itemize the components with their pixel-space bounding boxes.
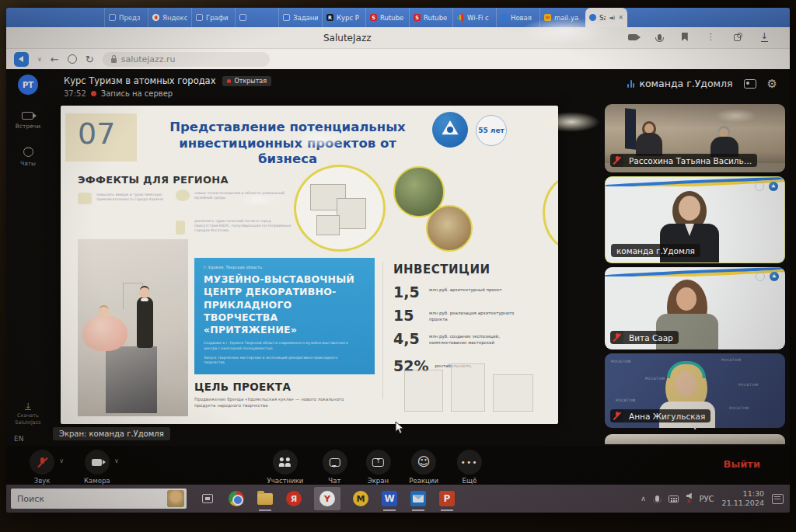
bookmark-icon[interactable] <box>682 33 688 41</box>
goal-section: ЦЕЛЬ ПРОЕКТА Продвижение бренда «Удомель… <box>194 381 389 409</box>
participant-tile[interactable]: РОСАТОМ РОСАТОМ РОСАТОМ РОСАТОМ РОСАТОМ … <box>605 353 785 428</box>
chevron-icon[interactable]: ∨ <box>114 457 119 464</box>
back-icon[interactable]: ← <box>51 54 59 65</box>
yandex-search-button[interactable]: Я <box>285 490 302 507</box>
sound-button[interactable]: ∨ Звук <box>30 450 54 485</box>
extensions-icon[interactable] <box>734 33 742 41</box>
camera-button[interactable]: ∨ Камера <box>84 450 110 485</box>
participant-tile-speaking[interactable]: команда г.Удомля <box>605 176 785 263</box>
url-text: salutejazz.ru <box>121 54 176 64</box>
effect-item: увеличить туристический поток в город пр… <box>194 219 292 234</box>
red-dot-icon <box>227 79 231 83</box>
more-participants-arrow[interactable]: ∨ <box>692 422 698 432</box>
investment-value: 1,5 <box>393 285 423 300</box>
tab-rutube-1[interactable]: SRutube <box>365 8 409 27</box>
participant-name: команда г.Удомля <box>611 244 700 257</box>
more-button[interactable]: ••• Ещё <box>457 450 482 485</box>
tray-clock[interactable]: 11:30 21.11.2024 <box>722 489 764 508</box>
browser-toolbar: SaluteJazz ⋮ ↓ <box>6 27 790 49</box>
lock-icon <box>111 58 117 63</box>
task-view-button[interactable] <box>199 490 216 507</box>
sidebar-toggle-button[interactable] <box>14 52 29 67</box>
chevron-down-icon[interactable]: ∨ <box>37 56 42 63</box>
tab-mail[interactable]: ✉mail.ya <box>539 8 583 27</box>
file-explorer-button[interactable] <box>257 490 274 507</box>
meeting-title: Курс Туризм в атомных городах <box>64 75 215 86</box>
effect-item: повысить имидж и туристическую привлекат… <box>96 193 168 202</box>
doc-icon <box>196 14 203 21</box>
gear-icon[interactable]: ⚙ <box>767 78 777 89</box>
tab-kurs[interactable]: RКурс Р <box>322 8 365 27</box>
download-icon[interactable]: ↓ <box>761 33 768 42</box>
screen-share-label: Экран: команда г.Удомля <box>53 427 170 440</box>
tab-zadani[interactable]: Задани <box>278 8 322 27</box>
screen-share-button[interactable]: Экран <box>365 450 390 485</box>
url-field[interactable]: salutejazz.ru <box>103 52 270 67</box>
participant-tile[interactable]: Вита Саар <box>605 267 785 349</box>
leave-button[interactable]: Выйти <box>724 458 760 470</box>
notification-center-icon[interactable] <box>772 494 784 504</box>
tab-yandex[interactable]: ЯЯндекс <box>148 8 191 27</box>
person-sketch-icon <box>176 190 190 201</box>
tab-obscured[interactable] <box>235 8 278 27</box>
mic-muted-icon <box>610 331 623 344</box>
chrome-button[interactable] <box>228 490 245 507</box>
contacts-icon[interactable] <box>744 79 756 89</box>
profile-icon[interactable] <box>68 54 77 64</box>
doc-icon <box>239 14 246 21</box>
sidebar-item-meetings[interactable]: Встречи <box>16 112 40 130</box>
browser-tab-strip: Предз ЯЯндекс Графи Задани RКурс Р SRutu… <box>6 8 790 27</box>
tab-close-icon[interactable]: ✕ <box>618 14 623 21</box>
divider <box>382 263 383 399</box>
tray-language[interactable]: РУС <box>699 495 714 503</box>
tab-salutejazz-active[interactable]: Sa◄)✕ <box>585 8 627 27</box>
mic-permission-icon[interactable] <box>658 34 662 40</box>
powerpoint-button[interactable]: P <box>438 490 456 507</box>
sidebar-download[interactable]: ↓ Скачать SaluteJazz <box>6 402 50 426</box>
effect-item: новые точки посещения и объекты уникальн… <box>194 191 286 200</box>
chevron-icon[interactable]: ∨ <box>59 457 64 464</box>
tab-novaya[interactable]: Новая <box>496 8 539 27</box>
shelf-sketch-illustration <box>396 363 541 418</box>
investments-heading: ИНВЕСТИЦИИ <box>393 263 546 276</box>
mouse-cursor <box>395 421 405 434</box>
chat-button[interactable]: Чат <box>322 450 347 485</box>
yandex-browser-button[interactable]: Y <box>314 487 340 510</box>
mic-muted-icon <box>610 409 623 422</box>
mic-muted-icon <box>37 457 47 468</box>
camera-permission-icon[interactable] <box>628 34 637 40</box>
meeting-toolbar: ∨ Звук ∨ Камера Участники Чат Экран ☺ Ре… <box>6 446 790 485</box>
tab-predz[interactable]: Предз <box>104 8 148 27</box>
mail-button[interactable] <box>410 490 427 507</box>
investment-value: 4,5 <box>393 332 423 346</box>
tab-grafik[interactable]: Графи <box>191 8 235 27</box>
dolls-photo <box>78 239 188 416</box>
slide-number: 07 <box>78 116 115 151</box>
participants-button[interactable]: Участники <box>267 450 304 485</box>
tab-wifi[interactable]: Wi-Fi с <box>452 8 496 27</box>
avatar[interactable]: РТ <box>18 75 38 95</box>
reload-icon[interactable]: ↻ <box>86 54 94 65</box>
tab-rutube-2[interactable]: SRutube <box>409 8 452 27</box>
reactions-button[interactable]: ☺ Реакции <box>409 450 438 485</box>
camera-icon <box>92 459 102 466</box>
person <box>675 372 696 397</box>
sidebar-item-chats[interactable]: Чаты <box>20 147 36 167</box>
tray-expand-icon[interactable]: ∧ <box>641 495 646 502</box>
flag <box>625 108 636 149</box>
search-input[interactable]: Поиск <box>11 489 187 509</box>
participant-tile[interactable]: Рассохина Татьяна Василь… <box>605 104 785 172</box>
recording-dot-icon <box>91 91 96 96</box>
address-bar-row: ∨ ← ↻ salutejazz.ru <box>6 49 790 70</box>
tray-mic-icon[interactable] <box>655 495 659 502</box>
tray-volume-muted-icon[interactable]: ✕ <box>686 493 692 505</box>
keyboard-lang: EN <box>14 435 23 443</box>
menu-dots-icon[interactable]: ⋮ <box>707 32 715 42</box>
tray-keyboard-icon[interactable] <box>669 495 679 502</box>
person <box>676 287 696 311</box>
participant-name: Вита Саар <box>623 331 679 344</box>
mango-button[interactable]: M <box>352 490 369 507</box>
word-button[interactable]: W <box>381 490 398 507</box>
book-sketch-icon <box>78 193 92 204</box>
yandex-icon: Я <box>152 14 159 21</box>
